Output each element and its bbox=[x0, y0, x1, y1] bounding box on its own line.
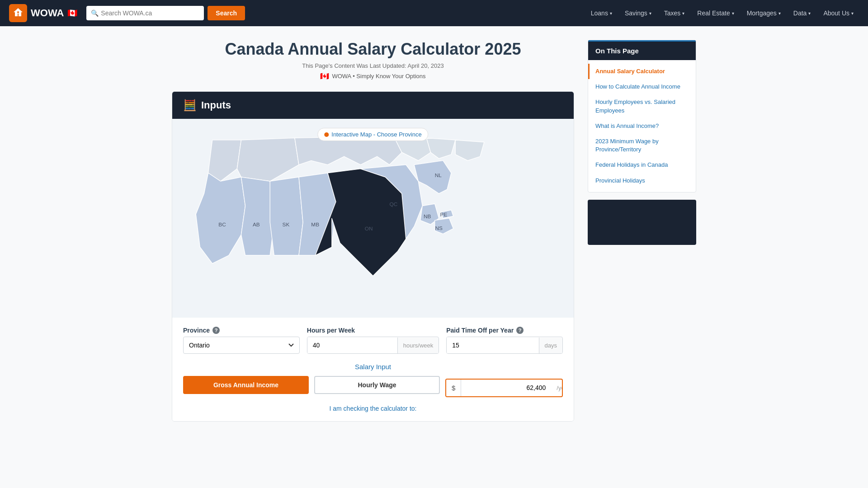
chevron-icon: ▾ bbox=[610, 11, 612, 16]
sidebar-item-minimum-wage[interactable]: 2023 Minimum Wage by Province/Territory bbox=[588, 134, 696, 157]
salary-input-label: Salary Input bbox=[183, 363, 563, 371]
chevron-icon: ▾ bbox=[732, 11, 734, 16]
salary-toggle: Gross Annual Income Hourly Wage bbox=[183, 376, 440, 394]
hourly-wage-btn[interactable]: Hourly Wage bbox=[314, 376, 440, 394]
hours-input-wrapper: hours/week bbox=[307, 337, 439, 354]
chevron-icon: ▾ bbox=[682, 11, 684, 16]
northern-islands3[interactable] bbox=[455, 140, 484, 161]
search-container: 🔍 Search bbox=[86, 6, 245, 20]
brand-text: WOWA bbox=[31, 7, 64, 19]
content-area: Canada Annual Salary Calculator 2025 Thi… bbox=[172, 26, 574, 435]
nwt-province[interactable] bbox=[237, 138, 299, 181]
pto-input-wrapper: days bbox=[446, 337, 563, 354]
inputs-section: Province ? Ontario Ontario Alberta Briti… bbox=[172, 318, 574, 421]
sidebar-item-annual-salary[interactable]: Annual Salary Calculator bbox=[588, 64, 696, 79]
iam-checking-label: I am checking the calculator to: bbox=[183, 405, 563, 412]
sidebar-nav-list: Annual Salary Calculator How to Calculat… bbox=[588, 60, 696, 192]
salary-prefix: $ bbox=[446, 380, 461, 396]
nav-about-us[interactable]: About Us ▾ bbox=[818, 6, 859, 20]
calculator-box: 🧮 Inputs Interactive Map - Choose Provin… bbox=[172, 91, 574, 422]
pto-info-icon[interactable]: ? bbox=[516, 327, 524, 334]
pto-label: Paid Time Off per Year ? bbox=[446, 327, 563, 334]
search-button[interactable]: Search bbox=[208, 6, 245, 20]
chevron-icon: ▾ bbox=[851, 11, 854, 16]
logo-icon bbox=[9, 4, 27, 22]
sidebar-item-how-to-calculate[interactable]: How to Calculate Annual Income bbox=[588, 79, 696, 94]
yukon-province[interactable] bbox=[208, 140, 241, 181]
alberta-province[interactable] bbox=[241, 177, 274, 255]
nav-mortgages[interactable]: Mortgages ▾ bbox=[741, 6, 786, 20]
search-wrapper: 🔍 bbox=[86, 6, 204, 20]
chevron-icon: ▾ bbox=[778, 11, 781, 16]
province-select[interactable]: Ontario Ontario Alberta British Columbia… bbox=[183, 337, 300, 354]
pto-input[interactable] bbox=[447, 337, 538, 353]
on-this-page-header: On This Page bbox=[588, 40, 696, 60]
hours-suffix: hours/week bbox=[397, 338, 439, 353]
chevron-icon: ▾ bbox=[649, 11, 651, 16]
saskatchewan-province[interactable] bbox=[270, 177, 303, 255]
sidebar-item-what-is-annual[interactable]: What is Annual Income? bbox=[588, 118, 696, 134]
navbar: WOWA 🇨🇦 🔍 Search Loans ▾ Savings ▾ Taxes… bbox=[0, 0, 868, 26]
hours-input[interactable] bbox=[307, 337, 397, 353]
canada-map[interactable]: BC AB SK MB ON QC NL NB NS PE bbox=[188, 128, 558, 309]
pei-province[interactable] bbox=[441, 210, 453, 218]
sidebar-item-federal-holidays[interactable]: Federal Holidays in Canada bbox=[588, 157, 696, 173]
brand-tagline: 🇨🇦 WOWA • Simply Know Your Options bbox=[172, 72, 574, 80]
nav-taxes[interactable]: Taxes ▾ bbox=[659, 6, 690, 20]
pto-suffix: days bbox=[539, 338, 562, 353]
map-label-pill[interactable]: Interactive Map - Choose Province bbox=[317, 128, 428, 141]
province-group: Province ? Ontario Ontario Alberta Briti… bbox=[183, 327, 300, 354]
chevron-icon: ▾ bbox=[808, 11, 811, 16]
map-container[interactable]: Interactive Map - Choose Province bbox=[172, 119, 574, 318]
province-info-icon[interactable]: ? bbox=[212, 327, 220, 334]
nav-real-estate[interactable]: Real Estate ▾ bbox=[692, 6, 739, 20]
gross-annual-btn[interactable]: Gross Annual Income bbox=[183, 376, 309, 394]
salary-input-section: Salary Input Gross Annual Income Hourly … bbox=[183, 363, 563, 399]
salary-input[interactable] bbox=[461, 380, 551, 396]
sidebar-item-hourly-vs-salaried[interactable]: Hourly Employees vs. Salaried Employees bbox=[588, 94, 696, 118]
northern-islands2[interactable] bbox=[426, 138, 455, 159]
hours-group: Hours per Week hours/week bbox=[307, 327, 439, 354]
sidebar-ad bbox=[588, 200, 696, 245]
ns-province[interactable] bbox=[435, 218, 453, 234]
inputs-icon: 🧮 bbox=[183, 99, 197, 112]
brand-logo[interactable]: WOWA 🇨🇦 bbox=[9, 4, 77, 22]
inputs-row: Province ? Ontario Ontario Alberta Briti… bbox=[183, 327, 563, 354]
on-this-page-box: On This Page Annual Salary Calculator Ho… bbox=[588, 40, 696, 192]
hours-label: Hours per Week bbox=[307, 327, 439, 334]
province-label: Province ? bbox=[183, 327, 300, 334]
salary-year-suffix: /year bbox=[551, 380, 563, 396]
search-icon: 🔍 bbox=[91, 9, 99, 17]
map-dot bbox=[324, 132, 329, 137]
nav-loans[interactable]: Loans ▾ bbox=[585, 6, 618, 20]
bc-province[interactable] bbox=[196, 173, 245, 263]
sidebar-item-provincial-holidays[interactable]: Provincial Holidays bbox=[588, 173, 696, 188]
salary-value-row: $ /year bbox=[445, 379, 563, 397]
last-updated: This Page's Content Was Last Updated: Ap… bbox=[172, 62, 574, 69]
page-title: Canada Annual Salary Calculator 2025 bbox=[172, 40, 574, 59]
navbar-nav: Loans ▾ Savings ▾ Taxes ▾ Real Estate ▾ … bbox=[585, 6, 859, 20]
sidebar: On This Page Annual Salary Calculator Ho… bbox=[588, 26, 696, 435]
canada-flag: 🇨🇦 bbox=[320, 72, 329, 80]
brand-flag: 🇨🇦 bbox=[67, 8, 77, 18]
main-wrapper: Canada Annual Salary Calculator 2025 Thi… bbox=[163, 26, 705, 435]
pto-group: Paid Time Off per Year ? days bbox=[446, 327, 563, 354]
nav-data[interactable]: Data ▾ bbox=[788, 6, 816, 20]
nav-savings[interactable]: Savings ▾ bbox=[619, 6, 657, 20]
search-input[interactable] bbox=[86, 6, 204, 20]
calc-header: 🧮 Inputs bbox=[172, 92, 574, 119]
